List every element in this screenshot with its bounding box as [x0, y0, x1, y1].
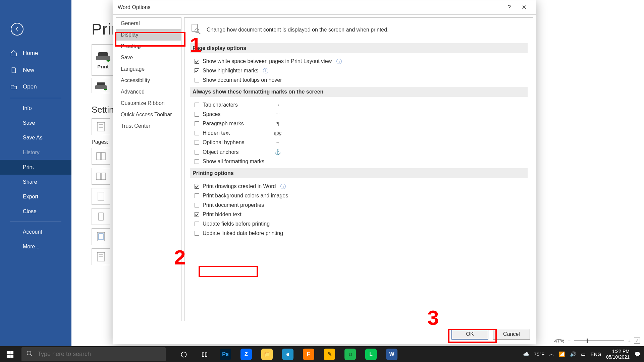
cat-accessibility[interactable]: Accessibility — [116, 75, 181, 86]
help-button[interactable]: ? — [502, 4, 517, 11]
checkbox[interactable] — [195, 184, 199, 189]
zoom-slider[interactable] — [574, 340, 624, 341]
cat-save[interactable]: Save — [116, 52, 181, 63]
backstage-save[interactable]: Save — [0, 116, 71, 130]
cancel-button[interactable]: Cancel — [493, 329, 530, 340]
taskbar-app-word[interactable]: W — [382, 346, 402, 362]
cat-qat[interactable]: Quick Access Toolbar — [116, 109, 181, 120]
opt-tabs[interactable]: Tab characters→ — [190, 100, 528, 110]
cat-general[interactable]: General — [116, 18, 181, 29]
backstage-close[interactable]: Close — [0, 204, 71, 219]
checkbox[interactable] — [195, 121, 199, 126]
taskbar-app-explorer[interactable]: 📁 — [257, 346, 277, 362]
opt-update-linked[interactable]: Update linked data before printing — [190, 229, 528, 238]
backstage-history[interactable]: History — [0, 145, 71, 160]
info-icon[interactable]: i — [280, 184, 286, 189]
cat-proofing[interactable]: Proofing — [116, 41, 181, 52]
backstage-export[interactable]: Export — [0, 189, 71, 204]
volume-icon[interactable]: 🔊 — [570, 351, 576, 357]
opt-print-props[interactable]: Print document properties — [190, 200, 528, 210]
taskbar-clock[interactable]: 1:22 PM 05/10/2021 — [606, 349, 630, 360]
checkbox[interactable] — [195, 131, 199, 135]
opt-print-bg[interactable]: Print background colors and images — [190, 191, 528, 200]
cat-trust[interactable]: Trust Center — [116, 120, 181, 132]
cat-language[interactable]: Language — [116, 63, 181, 75]
backstage-info[interactable]: Info — [0, 101, 71, 116]
backstage-more[interactable]: More... — [0, 239, 71, 254]
wifi-icon[interactable]: 📶 — [559, 351, 565, 357]
checkbox[interactable] — [195, 212, 199, 217]
backstage-account[interactable]: Account — [0, 225, 71, 239]
settings-margins[interactable] — [92, 228, 110, 245]
backstage-open[interactable]: Open — [0, 78, 71, 95]
settings-pages[interactable] — [92, 118, 110, 135]
opt-spaces[interactable]: Spaces··· — [190, 110, 528, 119]
checkbox[interactable] — [195, 112, 199, 117]
notifications-icon[interactable]: 💬 — [634, 351, 641, 357]
backstage-new[interactable]: New — [0, 62, 71, 78]
taskbar-app-line[interactable]: L — [361, 346, 381, 362]
taskbar-app-spotify[interactable]: ♫ — [340, 346, 360, 362]
language-indicator[interactable]: ENG — [590, 351, 601, 357]
checkbox[interactable] — [195, 140, 199, 145]
svg-line-17 — [199, 32, 201, 34]
battery-icon[interactable]: ▭ — [581, 351, 586, 357]
settings-size[interactable] — [92, 208, 110, 225]
cat-customize-ribbon[interactable]: Customize Ribbon — [116, 98, 181, 109]
backstage-home[interactable]: Home — [0, 45, 71, 62]
checkbox[interactable] — [195, 59, 199, 64]
opt-anchors[interactable]: Object anchors⚓ — [190, 147, 528, 157]
weather-temp[interactable]: 75°F — [534, 351, 545, 357]
settings-orientation[interactable] — [92, 188, 110, 205]
back-button[interactable] — [11, 23, 23, 36]
checkbox[interactable] — [195, 203, 199, 207]
cat-advanced[interactable]: Advanced — [116, 86, 181, 98]
checkbox[interactable] — [195, 222, 199, 226]
info-icon[interactable]: i — [263, 68, 268, 73]
checkbox[interactable] — [195, 231, 199, 236]
taskbar-app-foxit[interactable]: F — [299, 346, 319, 362]
taskbar-app-notes[interactable]: ✎ — [319, 346, 339, 362]
taskbar-app-cortana[interactable]: ◯ — [174, 346, 194, 362]
ok-button[interactable]: OK — [451, 329, 488, 340]
taskbar-app-zalo[interactable]: Z — [236, 346, 256, 362]
opt-hidden[interactable]: Hidden textabc — [190, 128, 528, 138]
search-input[interactable] — [38, 351, 161, 358]
opt-print-drawings[interactable]: Print drawings created in Wordi — [190, 182, 528, 191]
taskbar-app-photoshop[interactable]: Ps — [215, 346, 235, 362]
zoom-in[interactable]: + — [628, 338, 631, 344]
opt-show-highlighter[interactable]: Show highlighter marksi — [190, 66, 528, 75]
opt-hyphens[interactable]: Optional hyphens¬ — [190, 138, 528, 147]
settings-collate[interactable] — [92, 168, 110, 185]
backstage-share[interactable]: Share — [0, 175, 71, 189]
start-button[interactable] — [0, 351, 20, 358]
checkbox[interactable] — [195, 103, 199, 107]
info-icon[interactable]: i — [336, 59, 342, 64]
checkbox[interactable] — [195, 68, 199, 73]
opt-show-whitespace[interactable]: Show white space between pages in Print … — [190, 57, 528, 66]
printer-select[interactable] — [92, 78, 110, 93]
opt-showall[interactable]: Show all formatting marks — [190, 157, 528, 166]
opt-paragraph[interactable]: Paragraph marks¶ — [190, 119, 528, 128]
backstage-saveas[interactable]: Save As — [0, 130, 71, 145]
backstage-print[interactable]: Print — [0, 160, 71, 175]
checkbox[interactable] — [195, 78, 199, 82]
checkbox[interactable] — [195, 159, 199, 164]
zoom-out[interactable]: − — [568, 338, 571, 344]
print-button[interactable]: Print — [92, 44, 114, 76]
taskbar-app-taskview[interactable]: ▯▯ — [195, 346, 215, 362]
opt-show-tooltips[interactable]: Show document tooltips on hover — [190, 75, 528, 85]
tray-chevron-icon[interactable]: ︿ — [549, 351, 554, 357]
weather-icon[interactable]: ☁️ — [523, 351, 529, 357]
fit-page-icon[interactable]: ⤢ — [634, 338, 640, 344]
settings-layout[interactable] — [92, 148, 110, 165]
settings-sheets[interactable] — [92, 248, 110, 265]
checkbox[interactable] — [195, 150, 199, 155]
dialog-close-button[interactable]: ✕ — [517, 4, 531, 11]
cat-display[interactable]: Display — [116, 29, 181, 41]
opt-update-fields[interactable]: Update fields before printing — [190, 219, 528, 229]
checkbox[interactable] — [195, 193, 199, 198]
taskbar-search[interactable] — [21, 347, 166, 361]
opt-print-hidden[interactable]: Print hidden text — [190, 210, 528, 219]
taskbar-app-edge[interactable]: e — [278, 346, 298, 362]
